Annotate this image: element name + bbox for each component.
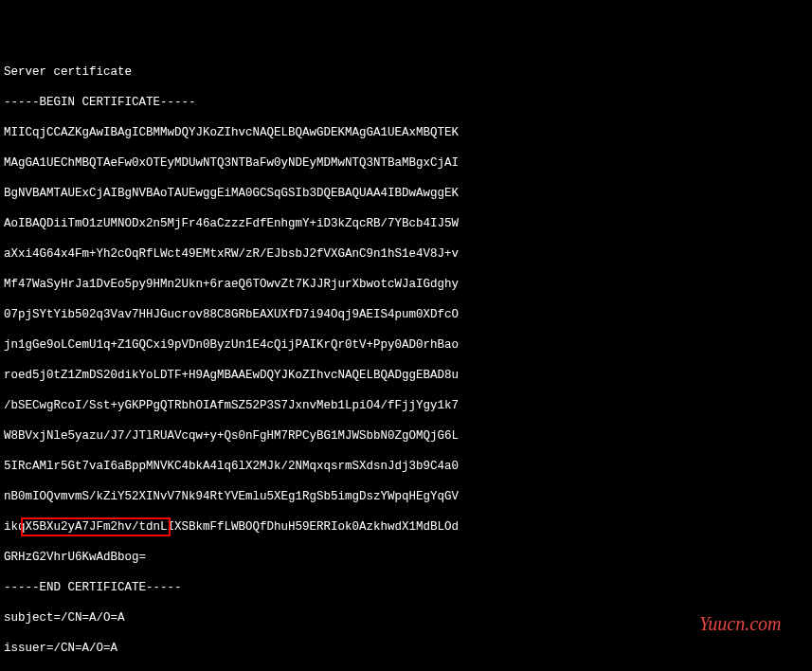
- cert-line: roed5j0tZ1ZmDS20dikYoLDTF+H9AgMBAAEwDQYJ…: [4, 368, 812, 383]
- cert-line: MAgGA1UEChMBQTAeFw0xOTEyMDUwNTQ3NTBaFw0y…: [4, 155, 812, 171]
- cert-line: nB0mIOQvmvmS/kZiY52XINvV7Nk94RtYVEmlu5XE…: [4, 489, 812, 504]
- cert-line: Mf47WaSyHrJa1DvEo5py9HMn2Ukn+6raeQ6TOwvZ…: [4, 277, 812, 292]
- end-certificate-marker: -----END CERTIFICATE-----: [4, 580, 812, 595]
- watermark-text: Yuucn.com: [699, 616, 781, 631]
- cert-line: MIICqjCCAZKgAwIBAgICBMMwDQYJKoZIhvcNAQEL…: [4, 125, 812, 140]
- subject-line: subject=/CN=A/O=A: [4, 610, 812, 626]
- cert-line: 5IRcAMlr5Gt7vaI6aBppMNVKC4bkA4lq6lX2MJk/…: [4, 459, 812, 474]
- cert-line: ikqX5BXu2yA7JFm2hv/tdnLIXSBkmFfLWBOQfDhu…: [4, 519, 812, 535]
- cert-line: aXxi4G64x4Fm+Yh2cOqRfLWct49EMtxRW/zR/EJb…: [4, 246, 812, 262]
- cert-line: AoIBAQDiiTmO1zUMNODx2n5MjFr46aCzzzFdfEnh…: [4, 216, 812, 231]
- cert-line: BgNVBAMTAUExCjAIBgNVBAoTAUEwggEiMA0GCSqG…: [4, 186, 812, 201]
- cert-line: GRHzG2VhrU6KwAdBbog=: [4, 550, 812, 565]
- cert-line: W8BVxjNle5yazu/J7/JTlRUAVcqw+y+Qs0nFgHM7…: [4, 428, 812, 444]
- cert-line: /bSECwgRcoI/Sst+yGKPPgQTRbhOIAfmSZ52P3S7…: [4, 398, 812, 413]
- begin-certificate-marker: -----BEGIN CERTIFICATE-----: [4, 95, 812, 110]
- server-certificate-header: Server certificate: [4, 64, 812, 80]
- issuer-line: issuer=/CN=A/O=A: [4, 641, 812, 656]
- cert-line: 07pjSYtYib502q3Vav7HHJGucrov88C8GRbEAXUX…: [4, 307, 812, 322]
- cert-line: jn1gGe9oLCemU1q+Z1GQCxi9pVDn0ByzUn1E4cQi…: [4, 337, 812, 353]
